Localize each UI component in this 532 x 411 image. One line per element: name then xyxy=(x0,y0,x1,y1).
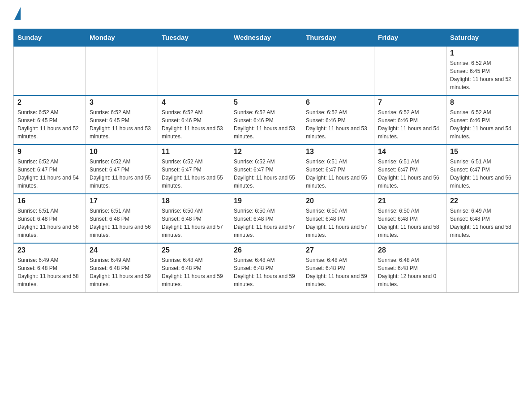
calendar-cell: 23Sunrise: 6:49 AM Sunset: 6:48 PM Dayli… xyxy=(14,243,86,292)
day-number: 9 xyxy=(17,148,82,156)
calendar-cell: 19Sunrise: 6:50 AM Sunset: 6:48 PM Dayli… xyxy=(230,194,302,243)
day-info: Sunrise: 6:51 AM Sunset: 6:47 PM Dayligh… xyxy=(450,158,515,190)
calendar-cell: 21Sunrise: 6:50 AM Sunset: 6:48 PM Dayli… xyxy=(374,194,446,243)
day-number: 18 xyxy=(162,197,226,205)
calendar-cell: 27Sunrise: 6:48 AM Sunset: 6:48 PM Dayli… xyxy=(302,243,374,292)
day-number: 13 xyxy=(306,148,370,156)
day-info: Sunrise: 6:52 AM Sunset: 6:47 PM Dayligh… xyxy=(162,158,226,190)
day-number: 10 xyxy=(90,148,154,156)
calendar-cell xyxy=(86,46,158,95)
day-number: 27 xyxy=(306,246,370,254)
day-number: 7 xyxy=(378,98,442,107)
calendar-cell: 2Sunrise: 6:52 AM Sunset: 6:45 PM Daylig… xyxy=(14,95,86,145)
calendar-cell: 15Sunrise: 6:51 AM Sunset: 6:47 PM Dayli… xyxy=(446,145,519,194)
calendar-table: SundayMondayTuesdayWednesdayThursdayFrid… xyxy=(13,29,519,293)
day-info: Sunrise: 6:51 AM Sunset: 6:48 PM Dayligh… xyxy=(17,207,82,239)
calendar-cell: 20Sunrise: 6:50 AM Sunset: 6:48 PM Dayli… xyxy=(302,194,374,243)
calendar-cell: 22Sunrise: 6:49 AM Sunset: 6:48 PM Dayli… xyxy=(446,194,519,243)
weekday-header-thursday: Thursday xyxy=(302,29,374,47)
calendar-cell: 5Sunrise: 6:52 AM Sunset: 6:46 PM Daylig… xyxy=(230,95,302,145)
day-number: 8 xyxy=(450,98,515,107)
day-info: Sunrise: 6:49 AM Sunset: 6:48 PM Dayligh… xyxy=(17,256,82,288)
day-number: 22 xyxy=(450,197,515,205)
calendar-cell: 13Sunrise: 6:51 AM Sunset: 6:47 PM Dayli… xyxy=(302,145,374,194)
day-info: Sunrise: 6:48 AM Sunset: 6:48 PM Dayligh… xyxy=(162,256,226,288)
calendar-week-row: 9Sunrise: 6:52 AM Sunset: 6:47 PM Daylig… xyxy=(14,145,519,194)
day-info: Sunrise: 6:50 AM Sunset: 6:48 PM Dayligh… xyxy=(378,207,442,239)
calendar-cell: 12Sunrise: 6:52 AM Sunset: 6:47 PM Dayli… xyxy=(230,145,302,194)
day-info: Sunrise: 6:48 AM Sunset: 6:48 PM Dayligh… xyxy=(234,256,298,288)
day-number: 20 xyxy=(306,197,370,205)
day-number: 11 xyxy=(162,148,226,156)
calendar-cell xyxy=(158,46,230,95)
calendar-cell: 26Sunrise: 6:48 AM Sunset: 6:48 PM Dayli… xyxy=(230,243,302,292)
day-info: Sunrise: 6:50 AM Sunset: 6:48 PM Dayligh… xyxy=(234,207,298,239)
day-number: 24 xyxy=(90,246,154,254)
calendar-cell: 1Sunrise: 6:52 AM Sunset: 6:45 PM Daylig… xyxy=(446,46,519,95)
day-info: Sunrise: 6:49 AM Sunset: 6:48 PM Dayligh… xyxy=(90,256,154,288)
day-info: Sunrise: 6:52 AM Sunset: 6:47 PM Dayligh… xyxy=(234,158,298,190)
calendar-week-row: 23Sunrise: 6:49 AM Sunset: 6:48 PM Dayli… xyxy=(14,243,519,292)
day-number: 4 xyxy=(162,98,226,107)
calendar-cell xyxy=(14,46,86,95)
calendar-cell xyxy=(302,46,374,95)
day-number: 25 xyxy=(162,246,226,254)
weekday-header-tuesday: Tuesday xyxy=(158,29,230,47)
calendar-week-row: 16Sunrise: 6:51 AM Sunset: 6:48 PM Dayli… xyxy=(14,194,519,243)
day-info: Sunrise: 6:52 AM Sunset: 6:46 PM Dayligh… xyxy=(306,108,370,141)
calendar-cell: 18Sunrise: 6:50 AM Sunset: 6:48 PM Dayli… xyxy=(158,194,230,243)
day-info: Sunrise: 6:48 AM Sunset: 6:48 PM Dayligh… xyxy=(378,256,442,288)
calendar-cell: 10Sunrise: 6:52 AM Sunset: 6:47 PM Dayli… xyxy=(86,145,158,194)
day-number: 26 xyxy=(234,246,298,254)
day-info: Sunrise: 6:52 AM Sunset: 6:46 PM Dayligh… xyxy=(378,108,442,141)
day-number: 23 xyxy=(17,246,82,254)
calendar-cell: 25Sunrise: 6:48 AM Sunset: 6:48 PM Dayli… xyxy=(158,243,230,292)
calendar-cell: 3Sunrise: 6:52 AM Sunset: 6:45 PM Daylig… xyxy=(86,95,158,145)
logo xyxy=(13,9,21,20)
calendar-cell: 11Sunrise: 6:52 AM Sunset: 6:47 PM Dayli… xyxy=(158,145,230,194)
calendar-cell: 28Sunrise: 6:48 AM Sunset: 6:48 PM Dayli… xyxy=(374,243,446,292)
day-info: Sunrise: 6:52 AM Sunset: 6:46 PM Dayligh… xyxy=(162,108,226,141)
day-info: Sunrise: 6:51 AM Sunset: 6:48 PM Dayligh… xyxy=(90,207,154,239)
day-info: Sunrise: 6:52 AM Sunset: 6:45 PM Dayligh… xyxy=(90,108,154,141)
day-info: Sunrise: 6:52 AM Sunset: 6:45 PM Dayligh… xyxy=(17,108,82,141)
day-number: 6 xyxy=(306,98,370,107)
page-header xyxy=(13,9,519,20)
day-number: 2 xyxy=(17,98,82,107)
weekday-header-saturday: Saturday xyxy=(446,29,519,47)
calendar-week-row: 1Sunrise: 6:52 AM Sunset: 6:45 PM Daylig… xyxy=(14,46,519,95)
weekday-header-monday: Monday xyxy=(86,29,158,47)
day-info: Sunrise: 6:52 AM Sunset: 6:45 PM Dayligh… xyxy=(450,59,515,91)
calendar-cell xyxy=(446,243,519,292)
calendar-header-row: SundayMondayTuesdayWednesdayThursdayFrid… xyxy=(14,29,519,47)
weekday-header-sunday: Sunday xyxy=(14,29,86,47)
day-number: 28 xyxy=(378,246,442,254)
logo-triangle-icon xyxy=(14,7,21,20)
calendar-cell: 17Sunrise: 6:51 AM Sunset: 6:48 PM Dayli… xyxy=(86,194,158,243)
calendar-cell: 4Sunrise: 6:52 AM Sunset: 6:46 PM Daylig… xyxy=(158,95,230,145)
day-info: Sunrise: 6:49 AM Sunset: 6:48 PM Dayligh… xyxy=(450,207,515,239)
calendar-cell: 7Sunrise: 6:52 AM Sunset: 6:46 PM Daylig… xyxy=(374,95,446,145)
day-number: 16 xyxy=(17,197,82,205)
calendar-cell: 24Sunrise: 6:49 AM Sunset: 6:48 PM Dayli… xyxy=(86,243,158,292)
calendar-week-row: 2Sunrise: 6:52 AM Sunset: 6:45 PM Daylig… xyxy=(14,95,519,145)
calendar-cell: 14Sunrise: 6:51 AM Sunset: 6:47 PM Dayli… xyxy=(374,145,446,194)
day-info: Sunrise: 6:52 AM Sunset: 6:46 PM Dayligh… xyxy=(234,108,298,141)
day-info: Sunrise: 6:48 AM Sunset: 6:48 PM Dayligh… xyxy=(306,256,370,288)
day-number: 12 xyxy=(234,148,298,156)
calendar-cell: 16Sunrise: 6:51 AM Sunset: 6:48 PM Dayli… xyxy=(14,194,86,243)
calendar-cell: 8Sunrise: 6:52 AM Sunset: 6:46 PM Daylig… xyxy=(446,95,519,145)
day-info: Sunrise: 6:52 AM Sunset: 6:47 PM Dayligh… xyxy=(17,158,82,190)
day-number: 5 xyxy=(234,98,298,107)
calendar-cell: 6Sunrise: 6:52 AM Sunset: 6:46 PM Daylig… xyxy=(302,95,374,145)
day-info: Sunrise: 6:52 AM Sunset: 6:46 PM Dayligh… xyxy=(450,108,515,141)
weekday-header-friday: Friday xyxy=(374,29,446,47)
day-number: 19 xyxy=(234,197,298,205)
calendar-cell xyxy=(230,46,302,95)
day-number: 3 xyxy=(90,98,154,107)
day-number: 21 xyxy=(378,197,442,205)
day-number: 17 xyxy=(90,197,154,205)
weekday-header-wednesday: Wednesday xyxy=(230,29,302,47)
calendar-cell xyxy=(374,46,446,95)
day-info: Sunrise: 6:52 AM Sunset: 6:47 PM Dayligh… xyxy=(90,158,154,190)
